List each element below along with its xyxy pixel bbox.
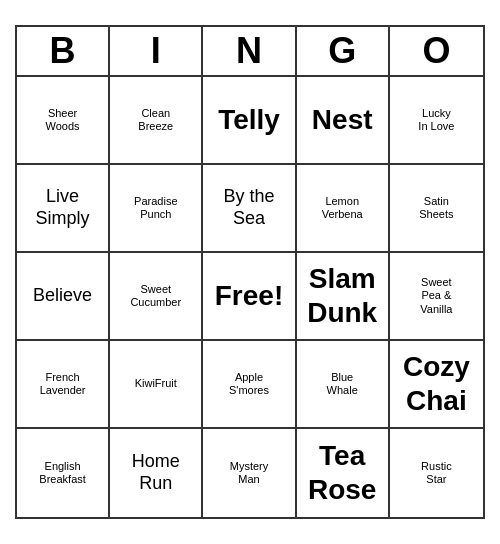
bingo-cell: FrenchLavender: [17, 341, 110, 429]
cell-text: Telly: [218, 103, 280, 137]
bingo-cell: BlueWhale: [297, 341, 390, 429]
header-letter: I: [110, 27, 203, 75]
bingo-cell: HomeRun: [110, 429, 203, 517]
cell-text: SlamDunk: [307, 262, 377, 329]
cell-text: KiwiFruit: [135, 377, 177, 390]
cell-text: Free!: [215, 279, 283, 313]
bingo-cell: LiveSimply: [17, 165, 110, 253]
bingo-cell: Free!: [203, 253, 296, 341]
cell-text: EnglishBreakfast: [39, 460, 85, 486]
cell-text: TeaRose: [308, 439, 376, 506]
cell-text: AppleS'mores: [229, 371, 269, 397]
cell-text: CozyChai: [403, 350, 470, 417]
cell-text: SweetPea &Vanilla: [420, 276, 452, 316]
bingo-cell: TeaRose: [297, 429, 390, 517]
bingo-cell: MysteryMan: [203, 429, 296, 517]
bingo-header: BINGO: [17, 27, 483, 77]
bingo-cell: LemonVerbena: [297, 165, 390, 253]
cell-text: LiveSimply: [36, 186, 90, 229]
cell-text: LemonVerbena: [322, 195, 363, 221]
header-letter: B: [17, 27, 110, 75]
bingo-cell: LuckyIn Love: [390, 77, 483, 165]
header-letter: N: [203, 27, 296, 75]
bingo-cell: ParadisePunch: [110, 165, 203, 253]
cell-text: SatinSheets: [419, 195, 453, 221]
bingo-cell: EnglishBreakfast: [17, 429, 110, 517]
cell-text: ParadisePunch: [134, 195, 177, 221]
bingo-cell: SlamDunk: [297, 253, 390, 341]
header-letter: O: [390, 27, 483, 75]
cell-text: LuckyIn Love: [418, 107, 454, 133]
cell-text: By theSea: [223, 186, 274, 229]
bingo-cell: By theSea: [203, 165, 296, 253]
bingo-cell: SatinSheets: [390, 165, 483, 253]
bingo-cell: CleanBreeze: [110, 77, 203, 165]
bingo-cell: SweetPea &Vanilla: [390, 253, 483, 341]
bingo-cell: KiwiFruit: [110, 341, 203, 429]
bingo-cell: Nest: [297, 77, 390, 165]
bingo-cell: RusticStar: [390, 429, 483, 517]
header-letter: G: [297, 27, 390, 75]
cell-text: RusticStar: [421, 460, 452, 486]
bingo-cell: SweetCucumber: [110, 253, 203, 341]
bingo-cell: Believe: [17, 253, 110, 341]
bingo-card: BINGO SheerWoodsCleanBreezeTellyNestLuck…: [15, 25, 485, 519]
cell-text: Believe: [33, 285, 92, 307]
cell-text: Nest: [312, 103, 373, 137]
bingo-grid: SheerWoodsCleanBreezeTellyNestLuckyIn Lo…: [17, 77, 483, 517]
cell-text: SweetCucumber: [130, 283, 181, 309]
cell-text: MysteryMan: [230, 460, 269, 486]
bingo-cell: SheerWoods: [17, 77, 110, 165]
cell-text: BlueWhale: [327, 371, 358, 397]
bingo-cell: CozyChai: [390, 341, 483, 429]
bingo-cell: AppleS'mores: [203, 341, 296, 429]
cell-text: CleanBreeze: [138, 107, 173, 133]
cell-text: HomeRun: [132, 451, 180, 494]
cell-text: SheerWoods: [46, 107, 80, 133]
bingo-cell: Telly: [203, 77, 296, 165]
cell-text: FrenchLavender: [40, 371, 86, 397]
